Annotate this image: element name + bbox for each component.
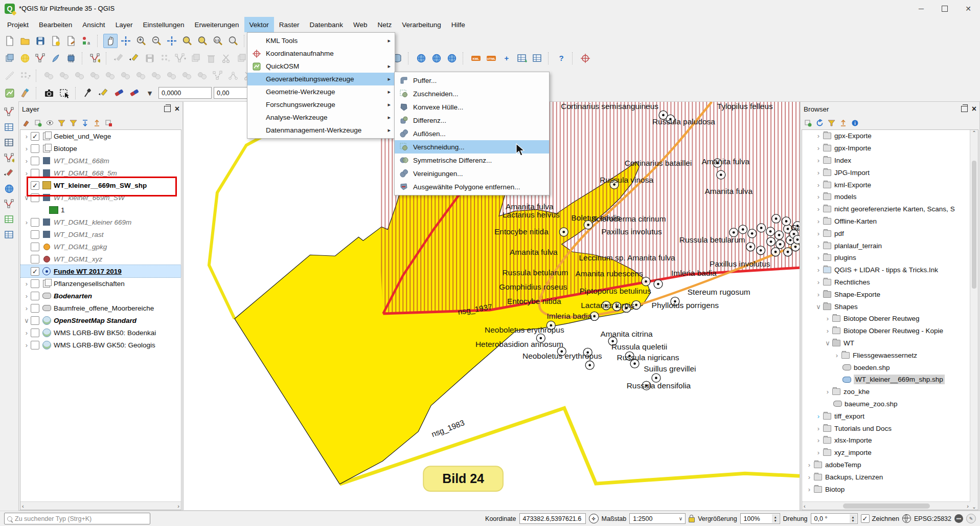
layer-checkbox[interactable] bbox=[31, 157, 39, 165]
layer-item-bodenarten[interactable]: ›Bodenarten bbox=[20, 290, 181, 302]
expander-icon[interactable]: ∨ bbox=[824, 339, 832, 347]
browser-item-biotope-oberer-reutweg[interactable]: ›Biotope Oberer Reutweg bbox=[802, 313, 978, 325]
expander-icon[interactable]: › bbox=[814, 230, 823, 237]
expander-icon[interactable]: › bbox=[805, 486, 813, 493]
browser-item-adobetemp[interactable]: ›adobeTemp bbox=[802, 459, 978, 471]
zoom-to-selection-icon[interactable] bbox=[180, 34, 194, 48]
browser-item-fliessgewaessernetz[interactable]: ›Fliessgewaessernetz bbox=[802, 349, 978, 361]
submenu-item-zuschneiden-[interactable]: Zuschneiden... bbox=[395, 87, 549, 100]
browser-item-biotope-oberer-reutweg-kopie[interactable]: ›Biotope Oberer Reutweg - Kopie bbox=[802, 325, 978, 337]
new-project-icon[interactable] bbox=[3, 34, 17, 48]
expander-icon[interactable]: › bbox=[833, 352, 841, 359]
browser-item-gpx-importe[interactable]: ›gpx-Importe bbox=[802, 142, 978, 155]
close-panel-icon[interactable]: × bbox=[175, 105, 179, 113]
layer-item-wt-dgm1-rast[interactable]: WT_DGM1_rast bbox=[20, 228, 181, 240]
layer-checkbox[interactable]: ✓ bbox=[31, 267, 39, 276]
edits-icon[interactable]: ✎ bbox=[966, 514, 976, 523]
add-basemap-icon[interactable]: + bbox=[499, 51, 514, 65]
datasource-manager-icon[interactable] bbox=[3, 51, 17, 65]
browser-item-xlsx-importe[interactable]: ›xlsx-Importe bbox=[802, 434, 978, 447]
submenu-item-differenz-[interactable]: Differenz... bbox=[395, 114, 549, 127]
float-panel-icon[interactable] bbox=[961, 106, 968, 112]
layer-item-wt-dgm1-gpkg[interactable]: WT_DGM1_gpkg bbox=[20, 240, 181, 253]
coordinate-field[interactable]: 473382.6,5397621.6 bbox=[519, 513, 586, 524]
layer-hscrollbar[interactable]: ‹› bbox=[20, 501, 181, 510]
globe-tool-icon[interactable] bbox=[3, 182, 16, 195]
browser-item-wt[interactable]: ∨WT bbox=[802, 337, 978, 349]
zoom-out-icon[interactable]: − bbox=[149, 34, 164, 48]
serval-eraser-icon[interactable] bbox=[112, 86, 126, 100]
browser-hscrollbar[interactable]: ‹› bbox=[802, 501, 970, 510]
browser-item-xyz-importe[interactable]: ›xyz_importe bbox=[802, 447, 978, 459]
float-panel-icon[interactable] bbox=[164, 106, 171, 112]
minimize-button[interactable]: ─ bbox=[909, 0, 933, 17]
browser-item-gpx-exporte[interactable]: ›gpx-Exporte bbox=[802, 130, 978, 142]
layer-item-pflanzengesellschaften[interactable]: ›Pflanzengesellschaften bbox=[20, 277, 181, 290]
layer-checkbox[interactable] bbox=[31, 304, 39, 313]
new-layout-icon[interactable] bbox=[49, 34, 63, 48]
freehand-icon[interactable] bbox=[3, 167, 16, 180]
raster-value-field[interactable]: 0,0000 bbox=[158, 87, 212, 99]
browser-item-planlauf-terrain[interactable]: ›planlauf_terrain bbox=[802, 239, 978, 252]
import-photos-icon[interactable] bbox=[42, 86, 56, 100]
layer-item-gebiet-und-wege[interactable]: ›✓Gebiet_und_Wege bbox=[20, 130, 181, 142]
geocoder-icon[interactable] bbox=[429, 51, 444, 65]
browser-item-models[interactable]: ›models bbox=[802, 191, 978, 203]
layer-checkbox[interactable] bbox=[31, 316, 39, 325]
menu-hilfe[interactable]: Hilfe bbox=[446, 17, 470, 32]
submenu-item-puffer-[interactable]: Puffer... bbox=[395, 74, 549, 87]
browser-item-wt-kleiner-669m-shp-shp[interactable]: WT_kleiner__669m_shp.shp bbox=[802, 374, 978, 386]
serval-tools-icon[interactable] bbox=[127, 86, 142, 100]
menu-web[interactable]: Web bbox=[348, 17, 373, 32]
expander-icon[interactable]: › bbox=[814, 181, 823, 189]
expression-filter-icon[interactable] bbox=[68, 118, 78, 128]
remove-layer-icon[interactable] bbox=[103, 118, 113, 128]
expander-icon[interactable]: › bbox=[814, 144, 823, 152]
filter-icon[interactable] bbox=[826, 118, 836, 128]
layer-checkbox[interactable] bbox=[31, 279, 39, 288]
menu-item-forschungswerkzeuge[interactable]: Forschungswerkzeuge▸ bbox=[247, 98, 395, 111]
properties-icon[interactable]: i bbox=[850, 118, 860, 128]
layer-item-wt-kleiner-669m-sw-shp[interactable]: ✓WT_kleiner__669m_SW_shp bbox=[20, 179, 181, 191]
menu-bearbeiten[interactable]: Bearbeiten bbox=[34, 17, 77, 32]
browser-item-pdf[interactable]: ›pdf bbox=[802, 227, 978, 239]
browser-item-shape-exporte[interactable]: ›Shape-Exporte bbox=[802, 288, 978, 300]
layer-item-wt-dgm1-668-5m[interactable]: ›WT_DGM1_668_5m bbox=[20, 167, 181, 179]
layer-checkbox[interactable] bbox=[31, 328, 39, 337]
close-panel-icon[interactable]: × bbox=[972, 105, 976, 113]
layer-checkbox[interactable] bbox=[31, 230, 39, 239]
pan-map-icon[interactable] bbox=[103, 34, 118, 48]
submenu-item-vereinigungen-[interactable]: Vereinigungen... bbox=[395, 167, 549, 180]
menu-raster[interactable]: Raster bbox=[274, 17, 305, 32]
browser-item-plugins[interactable]: ›plugins bbox=[802, 252, 978, 264]
zoom-last-icon[interactable] bbox=[226, 34, 240, 48]
menu-datenbank[interactable]: Datenbank bbox=[305, 17, 348, 32]
layer-item-funde-wt-2017-2019[interactable]: ✓Funde WT 2017 2019 bbox=[20, 265, 181, 277]
layer-item-1[interactable]: 1 bbox=[20, 204, 181, 216]
quickmapservices-icon[interactable] bbox=[18, 86, 32, 100]
expander-icon[interactable]: › bbox=[22, 169, 31, 177]
browser-item-baeume-zoo-shp[interactable]: baeume_zoo.shp bbox=[802, 398, 978, 410]
lattice-icon[interactable] bbox=[530, 51, 544, 65]
submenu-item-aufl-sen-[interactable]: Auflösen... bbox=[395, 127, 549, 140]
messages-icon[interactable]: ••• bbox=[954, 514, 963, 523]
browser-item-qgis-lidar-tipps-tricks-ink[interactable]: ›QGIS + LIDAR - tipps & Tricks.Ink bbox=[802, 264, 978, 276]
layer-checkbox[interactable] bbox=[31, 218, 39, 227]
browser-item-index[interactable]: ›Index bbox=[802, 155, 978, 167]
collapse-all-icon[interactable] bbox=[92, 118, 102, 128]
layer-checkbox[interactable]: ✓ bbox=[31, 132, 39, 141]
layer-item-openstreetmap-standard[interactable]: ∨OpenStreetMap Standard bbox=[20, 314, 181, 326]
zoom-in-icon[interactable]: + bbox=[134, 34, 148, 48]
menu-verarbeitung[interactable]: Verarbeitung bbox=[397, 17, 446, 32]
serval-grid-icon[interactable] bbox=[3, 136, 16, 149]
browser-item-biotop[interactable]: ›Biotop bbox=[802, 483, 978, 495]
expander-icon[interactable]: › bbox=[814, 425, 823, 432]
help-icon[interactable]: ? bbox=[554, 51, 568, 65]
zoom-to-layer-icon[interactable] bbox=[195, 34, 210, 48]
layer-item-wt-dgm1-kleiner-669m[interactable]: ›WT_DGM1_kleiner 669m bbox=[20, 216, 181, 228]
menu-layer[interactable]: Layer bbox=[110, 17, 138, 32]
serval-pencil-icon[interactable] bbox=[97, 86, 111, 100]
expander-icon[interactable]: › bbox=[814, 193, 823, 201]
expander-icon[interactable]: › bbox=[805, 461, 813, 469]
expander-icon[interactable]: ∨ bbox=[814, 303, 823, 311]
